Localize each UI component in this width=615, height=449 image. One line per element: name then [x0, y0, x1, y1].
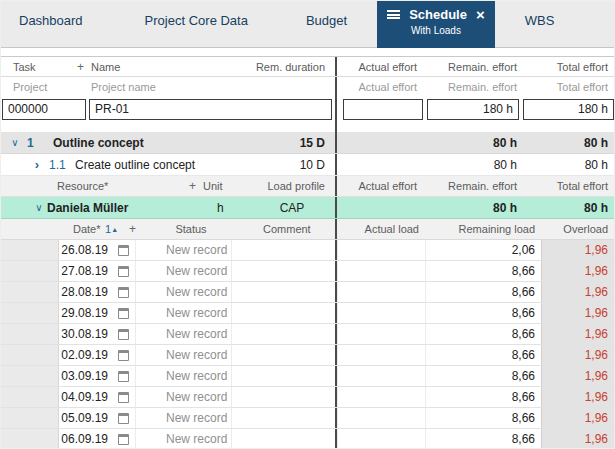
calendar-cell[interactable] [111, 429, 135, 449]
remaining-load-cell[interactable]: 8,66 [425, 261, 541, 281]
project-name-column-header: Project name [91, 81, 335, 93]
row-indent-filler [1, 408, 59, 428]
close-tab-icon[interactable] [476, 10, 485, 20]
date-cell[interactable]: 26.08.19 [59, 243, 111, 257]
task-name[interactable]: Outline concept [53, 136, 243, 150]
remaining-load-cell[interactable]: 8,66 [425, 345, 541, 365]
task-rem-duration[interactable]: 15 D [243, 136, 335, 150]
comment-cell[interactable] [231, 324, 335, 344]
task-column-header[interactable]: Task [1, 61, 77, 73]
actual-load-cell[interactable] [337, 345, 425, 365]
remaining-load-column-header[interactable]: Remaining load [425, 223, 541, 235]
tab-dashboard[interactable]: Dashboard [19, 1, 83, 28]
remaining-load-cell[interactable]: 8,66 [425, 429, 541, 449]
project-remain-effort-input[interactable]: 180 h [427, 99, 519, 120]
comment-cell[interactable] [231, 429, 335, 449]
add-task-icon[interactable] [77, 60, 91, 74]
date-cell[interactable]: 03.09.19 [59, 369, 111, 383]
actual-load-cell[interactable] [337, 429, 425, 449]
comment-cell[interactable] [231, 282, 335, 302]
actual-load-cell[interactable] [337, 387, 425, 407]
calendar-cell[interactable] [111, 366, 135, 386]
task-rem-duration[interactable]: 10 D [243, 158, 335, 172]
chevron-down-icon[interactable] [7, 137, 23, 148]
chevron-right-icon[interactable] [29, 157, 45, 172]
actual-load-cell[interactable] [337, 324, 425, 344]
calendar-cell[interactable] [111, 345, 135, 365]
date-cell[interactable]: 29.08.19 [59, 306, 111, 320]
actual-load-cell[interactable] [337, 408, 425, 428]
date-cell[interactable]: 04.09.19 [59, 390, 111, 404]
calendar-cell[interactable] [111, 240, 135, 260]
calendar-cell[interactable] [111, 282, 135, 302]
add-resource-icon[interactable] [189, 179, 203, 193]
resource-load-profile[interactable]: CAP [249, 201, 335, 215]
actual-effort-column-header[interactable]: Actual effort [337, 61, 423, 73]
remaining-load-cell[interactable]: 8,66 [425, 408, 541, 428]
comment-cell[interactable] [231, 366, 335, 386]
overload-cell: 1,96 [541, 429, 615, 449]
tab-schedule[interactable]: Schedule With Loads [377, 1, 495, 48]
unit-column-header[interactable]: Unit [203, 180, 249, 192]
rem-duration-column-header[interactable]: Rem. duration [243, 61, 335, 73]
hamburger-menu-icon[interactable] [387, 10, 400, 19]
remaining-load-cell[interactable]: 8,66 [425, 282, 541, 302]
actual-load-cell[interactable] [337, 366, 425, 386]
status-column-header[interactable]: Status [143, 223, 239, 235]
remaining-load-cell[interactable]: 2,06 [425, 240, 541, 260]
comment-cell[interactable] [231, 345, 335, 365]
spacer [1, 122, 615, 132]
calendar-cell[interactable] [111, 387, 135, 407]
overload-cell: 1,96 [541, 240, 615, 260]
calendar-cell[interactable] [111, 261, 135, 281]
sort-indicator[interactable]: 1 [105, 223, 129, 235]
remaining-load-cell[interactable]: 8,66 [425, 366, 541, 386]
comment-cell[interactable] [231, 408, 335, 428]
actual-load-cell[interactable] [337, 261, 425, 281]
task-row-1[interactable]: 1 Outline concept 15 D 80 h 80 h [1, 132, 615, 154]
comment-cell[interactable] [231, 303, 335, 323]
load-profile-column-header[interactable]: Load profile [249, 180, 335, 192]
project-total-effort-input[interactable]: 180 h [523, 99, 614, 120]
comment-cell[interactable] [231, 261, 335, 281]
remaining-load-cell[interactable]: 8,66 [425, 324, 541, 344]
calendar-cell[interactable] [111, 303, 135, 323]
calendar-icon [118, 245, 129, 256]
calendar-cell[interactable] [111, 408, 135, 428]
tab-budget[interactable]: Budget [306, 1, 347, 28]
resource-row-daniela-mueller[interactable]: Daniela Müller h CAP 80 h 80 h [1, 197, 615, 219]
project-actual-effort-input[interactable] [343, 99, 423, 120]
calendar-icon [118, 413, 129, 424]
calendar-cell[interactable] [111, 324, 135, 344]
date-cell[interactable]: 02.09.19 [59, 348, 111, 362]
comment-column-header[interactable]: Comment [239, 223, 335, 235]
task-row-1-1[interactable]: 1.1 Create outline concept 10 D 80 h 80 … [1, 154, 615, 176]
actual-load-cell[interactable] [337, 240, 425, 260]
date-column-header[interactable]: Date* [59, 223, 105, 235]
comment-cell[interactable] [231, 240, 335, 260]
remain-effort-column-header[interactable]: Remain. effort [423, 61, 523, 73]
actual-load-cell[interactable] [337, 303, 425, 323]
tab-project-core-data[interactable]: Project Core Data [145, 1, 248, 28]
task-name[interactable]: Create outline concept [75, 158, 243, 172]
remaining-load-cell[interactable]: 8,66 [425, 387, 541, 407]
resource-name[interactable]: Daniela Müller [47, 201, 203, 215]
project-id-input[interactable]: 000000 [2, 99, 86, 120]
comment-cell[interactable] [231, 387, 335, 407]
remaining-load-cell[interactable]: 8,66 [425, 303, 541, 323]
add-load-record-icon[interactable] [129, 222, 143, 236]
total-effort-column-header[interactable]: Total effort [523, 61, 615, 73]
date-cell[interactable]: 28.08.19 [59, 285, 111, 299]
name-column-header[interactable]: Name [91, 61, 243, 73]
tab-wbs[interactable]: WBS [525, 1, 555, 28]
date-cell[interactable]: 06.09.19 [59, 432, 111, 446]
overload-column-header[interactable]: Overload [541, 223, 615, 235]
chevron-down-icon[interactable] [31, 202, 47, 213]
resource-column-header[interactable]: Resource* [47, 180, 189, 192]
date-cell[interactable]: 30.08.19 [59, 327, 111, 341]
project-name-input[interactable]: PR-01 [89, 99, 332, 120]
date-cell[interactable]: 27.08.19 [59, 264, 111, 278]
actual-load-column-header[interactable]: Actual load [337, 223, 425, 235]
actual-load-cell[interactable] [337, 282, 425, 302]
date-cell[interactable]: 05.09.19 [59, 411, 111, 425]
